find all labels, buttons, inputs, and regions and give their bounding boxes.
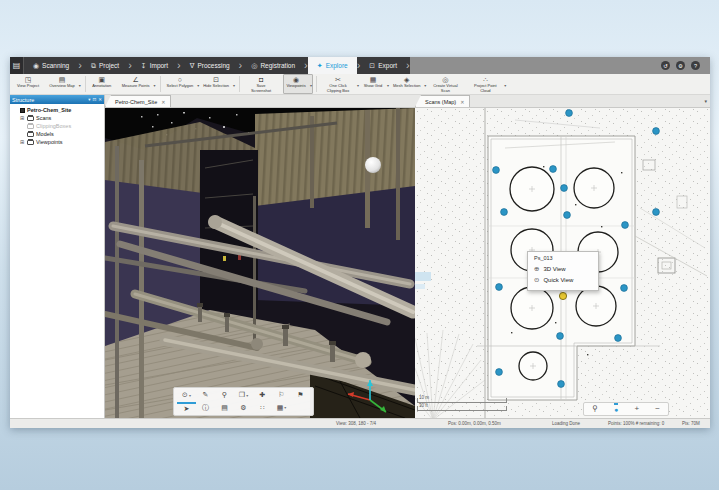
- scan-position-marker[interactable]: [653, 209, 660, 216]
- tab-close-icon[interactable]: ✕: [161, 99, 165, 105]
- ribbon-tab-registration[interactable]: ◎Registration: [242, 57, 304, 74]
- view-mode-button[interactable]: ⊙▾: [177, 389, 196, 401]
- scan-position-marker[interactable]: [561, 185, 568, 192]
- scan-position-marker[interactable]: [621, 285, 628, 292]
- pano-view-button[interactable]: ▤: [215, 402, 234, 414]
- file-menu-button[interactable]: ▤: [10, 57, 24, 74]
- dropdown-arrow-icon[interactable]: ▾: [310, 83, 312, 88]
- history-icon[interactable]: ↺: [661, 61, 670, 70]
- map-zoom-in-button[interactable]: +: [634, 404, 639, 414]
- display-options-button[interactable]: ▦▾: [272, 402, 291, 414]
- scan-position-marker[interactable]: [558, 381, 565, 388]
- view-mode-icon: ⊙: [182, 391, 188, 399]
- toolbar-button-select-polygon[interactable]: ○Select Polygon▾: [164, 74, 201, 94]
- dropdown-arrow-icon[interactable]: ▾: [387, 83, 389, 88]
- scan-position-marker[interactable]: [501, 209, 508, 216]
- scan-position-marker[interactable]: [622, 222, 629, 229]
- dropdown-arrow-icon[interactable]: ▾: [154, 83, 156, 88]
- ribbon-tab-export[interactable]: ⊡Export: [360, 57, 406, 74]
- toolbar-button-project-point-cloud[interactable]: ∴Project Point Cloud▾: [467, 74, 507, 94]
- clipping-box-button[interactable]: ❐▾: [234, 389, 253, 401]
- axis-gizmo: [340, 376, 400, 418]
- selected-scan-marker[interactable]: [559, 292, 566, 299]
- tab-overflow-icon[interactable]: ▾: [704, 98, 707, 104]
- toolbar-button-overview-map[interactable]: ▤Overview Map▾: [46, 74, 82, 94]
- info-tool-button[interactable]: ⓘ: [196, 402, 215, 414]
- tree-item-scans[interactable]: ⊞Scans: [12, 114, 104, 122]
- ribbon-tab-explore[interactable]: ✦Explore: [308, 57, 357, 74]
- toolbar-button-hide-selection[interactable]: ⊡Hide Selection▾: [200, 74, 236, 94]
- ribbon-tab-import[interactable]: ↧Import: [132, 57, 177, 74]
- pin-icon[interactable]: ⊡: [92, 97, 96, 102]
- flag-measure-button[interactable]: ⚐: [272, 389, 291, 401]
- toolbar-button-show-grid[interactable]: ▦Show Grid▾: [360, 74, 390, 94]
- scan-position-marker[interactable]: [653, 128, 660, 135]
- folder-icon: [27, 116, 34, 121]
- toolbar-button-measure-points[interactable]: ∠Measure Points▾: [119, 74, 157, 94]
- move-tool-button[interactable]: ✚: [253, 389, 272, 401]
- dropdown-arrow-icon[interactable]: ▾: [357, 83, 359, 88]
- scan-position-marker[interactable]: [496, 284, 503, 291]
- popup-item-3d-view[interactable]: ⊕3D View: [528, 263, 598, 274]
- scan-position-marker[interactable]: [557, 333, 564, 340]
- registration-tab-icon: ◎: [251, 62, 257, 70]
- zoom-tool-button[interactable]: ⚲: [215, 389, 234, 401]
- dropdown-arrow-icon[interactable]: ▾: [197, 83, 199, 88]
- map-zoom-select-button[interactable]: ⚲: [592, 404, 598, 414]
- flag-annotation-button[interactable]: ⚑: [291, 389, 310, 401]
- toolbar-button-annotation[interactable]: ▣Annotation: [89, 74, 119, 94]
- tab-scans-map[interactable]: Scans (Map) ✕: [415, 95, 470, 107]
- point-cloud-viewport[interactable]: ⊙▾✎⚲❐▾✚⚐⚑➤ⓘ▤⚙∷▦▾: [105, 108, 415, 418]
- tree-item-clippingboxes[interactable]: ClippingBoxes: [12, 122, 104, 130]
- ribbon-tab-scanning[interactable]: ◉Scanning: [24, 57, 78, 74]
- ribbon-tab-processing[interactable]: ∇Processing: [181, 57, 239, 74]
- help-icon[interactable]: ?: [691, 61, 700, 70]
- toolbar-button-viewpoints[interactable]: ◉Viewpoints▾: [283, 74, 313, 94]
- toolbar-button-save-screenshot[interactable]: ◘Save Screenshot: [243, 74, 283, 94]
- dropdown-arrow-icon[interactable]: ▾: [233, 83, 235, 88]
- scan-position-marker[interactable]: [493, 167, 500, 174]
- zoom-tool-icon: ⚲: [222, 391, 227, 399]
- dropdown-arrow-icon[interactable]: ▾: [424, 83, 426, 88]
- settings-icon[interactable]: ⚙: [676, 61, 685, 70]
- tab-petro-chem-site[interactable]: Petro-Chem_Site ✕: [105, 95, 171, 107]
- structure-panel-header[interactable]: Structure ▾⊡✕: [10, 95, 104, 104]
- scan-position-marker[interactable]: [564, 212, 571, 219]
- close-icon[interactable]: ✕: [98, 97, 102, 102]
- view-settings-button[interactable]: ⚙: [234, 402, 253, 414]
- scan-position-marker[interactable]: [615, 335, 622, 342]
- map-zoom-out-button[interactable]: −: [655, 404, 660, 414]
- popup-item-quick-view[interactable]: ⊙Quick View: [528, 274, 598, 285]
- tree-item-models[interactable]: Models: [12, 130, 104, 138]
- tree-expander-icon[interactable]: ⊞: [19, 115, 25, 121]
- dropdown-arrow-icon[interactable]: ▾: [79, 83, 81, 88]
- tree-item-viewpoints[interactable]: ⊞Viewpoints: [12, 138, 104, 146]
- map-pan-mode-button[interactable]: ●: [614, 403, 618, 415]
- ribbon-tab-label: Export: [378, 62, 397, 69]
- fly-mode-button[interactable]: ✎: [196, 389, 215, 401]
- toolbar-button-create-virtual-scan[interactable]: ◎Create Virtual Scan: [427, 74, 467, 94]
- select-tool-button[interactable]: ➤: [177, 402, 196, 414]
- scan-position-marker[interactable]: [566, 110, 573, 117]
- dropdown-arrow-icon: ▾: [189, 393, 191, 398]
- fullscreen-button[interactable]: ∷: [253, 402, 272, 414]
- dropdown-arrow-icon[interactable]: ▾: [504, 83, 506, 88]
- toolbar-button-mesh-selection[interactable]: ◈Mesh Selection▾: [390, 74, 427, 94]
- scanning-tab-icon: ◉: [33, 62, 39, 70]
- toolbar-button-view-project[interactable]: ◳View Project: [14, 74, 46, 94]
- scan-position-marker[interactable]: [496, 369, 503, 376]
- scan-position-marker[interactable]: [550, 166, 557, 173]
- map-zoom-controls: ⚲●+−: [583, 402, 669, 416]
- registration-sphere: [365, 157, 381, 173]
- panel-menu-icon[interactable]: ▾: [88, 97, 90, 102]
- toolbar-button-label: Select Polygon: [167, 84, 194, 89]
- scan-context-popup: Ps_013 ⊕3D View⊙Quick View: [527, 251, 599, 291]
- tree-item-petro-chem-site[interactable]: Petro-Chem_Site: [12, 106, 104, 114]
- toolbar-button-one-click-clipping-box[interactable]: ✂One Click Clipping Box▾: [320, 74, 360, 94]
- ribbon-tab-label: Project: [99, 62, 119, 69]
- ribbon-tab-project[interactable]: ⧉Project: [82, 57, 128, 74]
- tree-expander-icon[interactable]: ⊞: [19, 139, 25, 145]
- map-panel: Scans (Map) ✕ ▾: [415, 95, 710, 418]
- map-viewport[interactable]: Ps_013 ⊕3D View⊙Quick View 10 m 30 ft ⚲●…: [415, 108, 710, 418]
- tab-close-icon[interactable]: ✕: [460, 99, 464, 105]
